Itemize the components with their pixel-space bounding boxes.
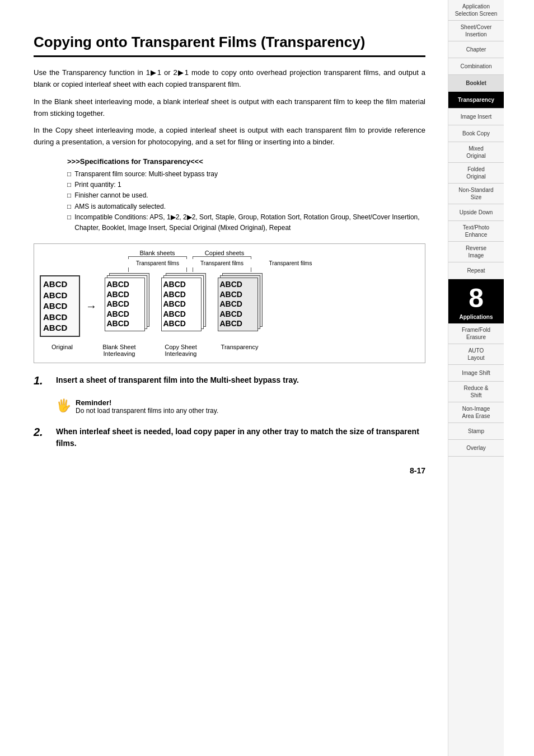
step-1: 1. Insert a sheet of transparent film in… xyxy=(34,374,425,387)
sidebar-item-overlay[interactable]: Overlay xyxy=(448,440,504,457)
specs-list: Transparent film source: Multi-sheet byp… xyxy=(67,169,425,233)
reminder-body: Do not load transparent films into any o… xyxy=(76,407,218,415)
sidebar-item-label: Frame/FoldErasure xyxy=(462,326,490,341)
original-doc: ABCD ABCD ABCD ABCD ABCD xyxy=(40,275,80,337)
sidebar-item-label: Transparency xyxy=(458,96,494,104)
step-2-number: 2. xyxy=(34,426,50,439)
sidebar-item-chapter[interactable]: Chapter xyxy=(448,41,504,58)
sidebar-item-label: Book Copy xyxy=(462,130,490,137)
sidebar-item-label: MixedOriginal xyxy=(466,145,485,159)
sidebar-item-text-photo[interactable]: Text/PhotoEnhance xyxy=(448,221,504,242)
specs-title: >>>Specifications for Transparency<<< xyxy=(67,157,425,166)
sidebar-item-label: FoldedOriginal xyxy=(466,166,485,180)
sidebar-item-mixed-original[interactable]: MixedOriginal xyxy=(448,142,504,163)
reminder-box: 🖐 Reminder! Do not load transparent film… xyxy=(56,398,425,415)
sidebar-item-label: ApplicationSelection Screen xyxy=(455,3,498,17)
sidebar-item-folded-original[interactable]: FoldedOriginal xyxy=(448,163,504,184)
sidebar-item-label: ReverseImage xyxy=(466,245,486,259)
step-1-text: Insert a sheet of transparent film into … xyxy=(56,374,299,386)
sidebar-item-label: Non-ImageArea Erase xyxy=(462,405,490,420)
diagram-sublabel-3: Transparent films xyxy=(263,260,318,266)
reminder-icon: 🖐 xyxy=(56,398,71,413)
sidebar-item-non-standard[interactable]: Non-StandardSize xyxy=(448,184,504,204)
diagram-bottom-copy: Copy Sheet Interleaving xyxy=(153,344,209,357)
sidebar-item-label: AUTOLayout xyxy=(467,347,484,361)
sidebar-item-label: Reduce &Shift xyxy=(464,384,489,399)
main-content: Copying onto Transparent Films (Transpar… xyxy=(0,0,448,756)
sidebar-item-label: Repeat xyxy=(467,267,485,274)
intro-paragraph-3: In the Copy sheet interleaving mode, a c… xyxy=(34,125,425,148)
diagram-bottom-transparency: Transparency xyxy=(214,344,265,357)
specs-section: >>>Specifications for Transparency<<< Tr… xyxy=(34,157,425,233)
step-1-number: 1. xyxy=(34,374,50,387)
page-title: Copying onto Transparent Films (Transpar… xyxy=(34,34,425,57)
sidebar: ApplicationSelection Screen Sheet/CoverI… xyxy=(448,0,504,756)
section-label: Applications xyxy=(448,313,504,323)
reminder-title: Reminder! xyxy=(76,398,218,407)
sidebar-item-auto-layout[interactable]: AUTOLayout xyxy=(448,344,504,365)
intro-paragraph-2: In the Blank sheet interleaving mode, a … xyxy=(34,96,425,120)
spec-item: Transparent film source: Multi-sheet byp… xyxy=(67,169,425,180)
spec-item: AMS is automatically selected. xyxy=(67,201,425,212)
sidebar-item-reduce-shift[interactable]: Reduce &Shift xyxy=(448,382,504,402)
sidebar-item-booklet[interactable]: Booklet xyxy=(448,75,504,92)
intro-paragraph-1: Use the Transparency function in 1▶1 or … xyxy=(34,67,425,91)
diagram-label-copied-sheets: Copied sheets xyxy=(194,250,255,256)
sidebar-item-label: Booklet xyxy=(466,79,486,87)
spec-item: Incompatible Conditions: APS, 1▶2, 2▶2, … xyxy=(67,212,425,233)
page-number: 8-17 xyxy=(34,466,425,475)
sidebar-item-label: Chapter xyxy=(466,46,486,53)
sidebar-item-frame-fold[interactable]: Frame/FoldErasure xyxy=(448,323,504,344)
diagram-sublabel-2: Transparent films xyxy=(193,260,251,266)
section-number: 8 xyxy=(448,279,504,313)
sidebar-item-non-image-erase[interactable]: Non-ImageArea Erase xyxy=(448,402,504,423)
sidebar-item-label: Image Shift xyxy=(462,369,490,377)
sidebar-item-image-shift[interactable]: Image Shift xyxy=(448,365,504,382)
diagram-label-blank-sheets: Blank sheets xyxy=(127,250,188,256)
spec-item: Print quantity: 1 xyxy=(67,180,425,190)
sidebar-item-book-copy[interactable]: Book Copy xyxy=(448,125,504,142)
sidebar-item-application-selection[interactable]: ApplicationSelection Screen xyxy=(448,0,504,21)
sidebar-item-label: Upside Down xyxy=(460,209,493,216)
diagram-bottom-original: Original xyxy=(40,344,85,357)
sidebar-item-label: Sheet/CoverInsertion xyxy=(461,24,492,38)
diagram: Blank sheets Copied sheets Transparent f… xyxy=(34,243,425,363)
sidebar-item-stamp[interactable]: Stamp xyxy=(448,423,504,440)
sidebar-item-image-insert[interactable]: Image Insert xyxy=(448,109,504,125)
sidebar-item-combination[interactable]: Combination xyxy=(448,58,504,75)
step-2-text: When interleaf sheet is needed, load cop… xyxy=(56,426,425,449)
step-2: 2. When interleaf sheet is needed, load … xyxy=(34,426,425,449)
sidebar-item-label: Stamp xyxy=(468,428,484,435)
arrow-icon: → xyxy=(86,300,97,313)
sidebar-item-label: Overlay xyxy=(466,444,485,452)
diagram-sublabel-1: Transparent films xyxy=(128,260,187,266)
sidebar-item-reverse-image[interactable]: ReverseImage xyxy=(448,242,504,262)
diagram-bottom-blank: Blank Sheet Interleaving xyxy=(91,344,147,357)
sidebar-item-label: Non-StandardSize xyxy=(458,186,493,201)
spec-item: Finisher cannot be used. xyxy=(67,190,425,201)
sidebar-item-label: Text/PhotoEnhance xyxy=(463,224,489,238)
sidebar-item-transparency[interactable]: Transparency xyxy=(448,92,504,109)
sidebar-item-repeat[interactable]: Repeat xyxy=(448,262,504,279)
sidebar-item-sheet-cover[interactable]: Sheet/CoverInsertion xyxy=(448,21,504,41)
sidebar-item-label: Combination xyxy=(460,63,491,70)
sidebar-item-upside-down[interactable]: Upside Down xyxy=(448,204,504,221)
sidebar-item-label: Image Insert xyxy=(461,113,492,120)
